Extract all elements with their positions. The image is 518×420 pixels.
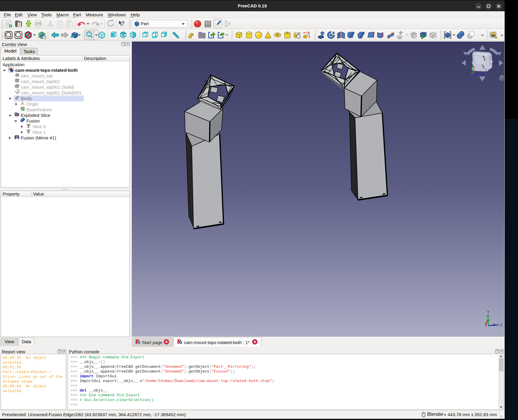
svg-text:Y: Y bbox=[487, 310, 490, 314]
svg-text:Z: Z bbox=[485, 69, 487, 72]
svg-text:X: X bbox=[474, 62, 476, 65]
svg-text:Z: Z bbox=[500, 323, 502, 327]
svg-text:Y: Y bbox=[471, 61, 473, 63]
